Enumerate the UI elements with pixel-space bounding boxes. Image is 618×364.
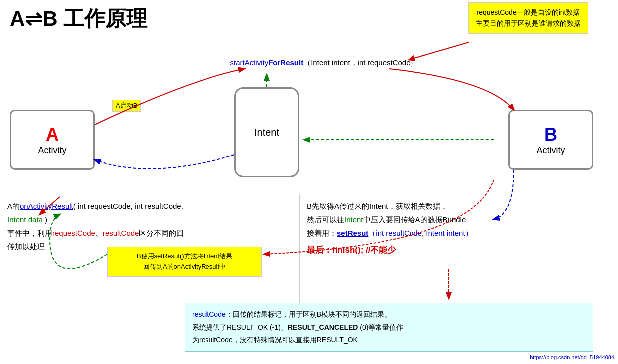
box-b-text: Activity bbox=[536, 145, 565, 156]
start-activity-box: startActivityForResult（Intent intent，int… bbox=[130, 55, 518, 71]
note-bottom-center: B使用setResut()方法将Intent结果 回传到A的onActivity… bbox=[107, 247, 262, 277]
on-activity-result-link: onActivityResult bbox=[20, 202, 73, 210]
box-a-text: Activity bbox=[38, 145, 66, 156]
start-activity-link: startActivityForResult bbox=[230, 58, 304, 67]
finish-label: 最后：finish(); //不能少 bbox=[307, 245, 396, 255]
box-a: A Activity bbox=[10, 110, 95, 170]
box-b-letter: B bbox=[544, 124, 557, 145]
bottom-right-text: B先取得A传过来的Intent，获取相关数据， 然后可以往Intent中压入要回… bbox=[299, 194, 618, 263]
note-bottom-cyan: resultCode：回传的结果标记，用于区别B模块不同的返回结果。 系统提供了… bbox=[185, 303, 593, 352]
box-b: B Activity bbox=[508, 110, 593, 170]
main-title: A⇌B 工作原理 bbox=[10, 5, 147, 33]
box-intent: Intent bbox=[234, 87, 299, 177]
label-a-start-b: A启动B bbox=[112, 100, 141, 112]
box-a-letter: A bbox=[46, 124, 59, 145]
set-resut-link: setResut bbox=[337, 229, 368, 237]
watermark: https://blog.csdn.net/qq_51944084 bbox=[530, 354, 614, 360]
note-top-right: requestCode一般是自设的int数据 主要目的用于区别是谁请求的数据 bbox=[468, 2, 588, 34]
